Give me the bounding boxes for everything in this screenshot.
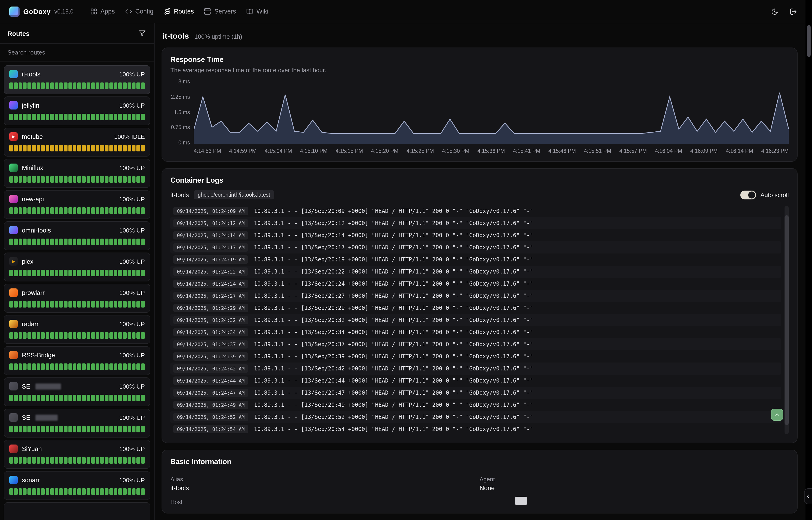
scroll-to-top-button[interactable] — [771, 409, 783, 421]
route-status: 100% UP — [119, 102, 145, 109]
uptime-bar — [137, 457, 140, 464]
uptime-bar — [36, 332, 40, 339]
uptime-bar — [9, 114, 13, 120]
route-item-new-api[interactable]: new-api100% UP — [4, 190, 150, 219]
uptime-bar — [36, 239, 40, 245]
uptime-bar — [14, 145, 18, 151]
route-item-jellyfin[interactable]: jellyfin100% UP — [4, 97, 150, 125]
log-timestamp: 09/14/2025, 01:24:44 AM — [173, 376, 248, 385]
uptime-bar — [46, 207, 49, 214]
se-icon — [9, 413, 18, 422]
nav-label: Wiki — [256, 8, 269, 15]
uptime-bar — [50, 270, 54, 276]
uptime-bar — [105, 145, 109, 151]
uptime-bar — [105, 176, 109, 183]
book-icon — [246, 8, 253, 15]
uptime-bar — [50, 176, 54, 183]
response-time-card: Response Time The average response time … — [162, 48, 797, 162]
route-item-it-tools[interactable]: it-tools100% UP — [4, 65, 150, 94]
uptime-bar — [19, 82, 22, 89]
route-item-prowlarr[interactable]: prowlarr100% UP — [4, 284, 150, 313]
uptime-bar — [114, 114, 117, 120]
uptime-bar — [141, 145, 145, 151]
uptime-bar — [32, 363, 36, 370]
log-message: 10.89.3.1 - - [13/Sep/20:49 +0000] "HEAD… — [254, 401, 533, 408]
route-item-radarr[interactable]: radarr100% UP — [4, 315, 150, 344]
uptime-bar — [91, 270, 95, 276]
container-logs-title: Container Logs — [170, 176, 789, 184]
route-item-se[interactable]: SE100% UP — [4, 378, 150, 406]
page-scrollbar-thumb[interactable] — [807, 25, 811, 57]
panel-collapse-handle[interactable] — [804, 488, 812, 504]
uptime-bar — [68, 114, 72, 120]
log-message: 10.89.3.1 - - [13/Sep/20:12 +0000] "HEAD… — [254, 220, 533, 227]
x-axis-label: 4:15:15 PM — [336, 148, 363, 154]
log-row: 09/14/2025, 01:24:42 AM10.89.3.1 - - [13… — [170, 363, 781, 374]
route-item-miniflux[interactable]: Miniflux100% UP — [4, 159, 150, 188]
route-item-siyuan[interactable]: SiYuan100% UP — [4, 440, 150, 469]
route-name: Miniflux — [22, 164, 43, 171]
log-row: 09/14/2025, 01:24:37 AM10.89.3.1 - - [13… — [170, 338, 781, 350]
uptime-bar — [118, 395, 122, 401]
uptime-bar — [87, 207, 90, 214]
uptime-bar — [14, 426, 18, 433]
x-axis-label: 4:15:46 PM — [549, 148, 576, 154]
it-tools-icon — [9, 70, 18, 78]
uptime-bar — [78, 363, 81, 370]
uptime-bar — [100, 488, 104, 495]
redacted-label — [35, 414, 58, 420]
uptime-bar — [82, 114, 86, 120]
page-scrollbar-track — [806, 0, 812, 520]
nav-item-wiki[interactable]: Wiki — [246, 8, 269, 15]
toggle-knob — [749, 191, 755, 198]
logs-scrollbar-thumb[interactable] — [785, 215, 789, 425]
uptime-bar — [105, 363, 109, 370]
info-field-alias: Aliasit-tools — [170, 476, 480, 492]
route-name: SE — [22, 414, 30, 421]
route-item-sonarr[interactable]: sonarr100% UP — [4, 471, 150, 500]
uptime-bar — [123, 207, 127, 214]
uptime-bar — [91, 239, 95, 245]
uptime-bar — [9, 176, 13, 183]
route-item-se[interactable]: SE100% UP — [4, 409, 150, 438]
uptime-bar — [41, 363, 45, 370]
theme-toggle-button[interactable] — [770, 7, 779, 16]
uptime-bar — [55, 114, 58, 120]
uptime-bar — [32, 176, 36, 183]
uptime-bar — [59, 207, 63, 214]
route-item-metube[interactable]: ▶metube100% IDLE — [4, 128, 150, 157]
logout-button[interactable] — [789, 7, 798, 16]
route-item-plex[interactable]: ▶plex100% UP — [4, 253, 150, 281]
uptime-bar — [141, 82, 145, 89]
nav-item-routes[interactable]: Routes — [164, 8, 194, 15]
route-item-omni-tools[interactable]: omni-tools100% UP — [4, 221, 150, 250]
info-grid: Aliasit-toolsAgentNoneHost — [170, 476, 789, 505]
nav-item-config[interactable]: Config — [125, 8, 153, 15]
uptime-bar — [36, 457, 40, 464]
uptime-bar — [109, 332, 113, 339]
container-logs-card: Container Logs it-tools ghcr.io/corentin… — [162, 168, 797, 443]
filter-button[interactable] — [138, 29, 147, 38]
uptime-bars — [9, 457, 145, 464]
partial-chip — [515, 497, 527, 505]
uptime-bar — [141, 114, 145, 120]
uptime-bar — [64, 114, 67, 120]
uptime-bar — [78, 301, 81, 308]
autoscroll-toggle[interactable] — [740, 190, 756, 199]
brand[interactable]: GoDoxy v0.18.0 — [9, 6, 73, 17]
uptime-bar — [73, 395, 77, 401]
chart-plot-area — [194, 81, 789, 144]
uptime-bar — [23, 207, 27, 214]
uptime-bar — [59, 270, 63, 276]
uptime-bar — [114, 457, 117, 464]
nav-item-servers[interactable]: Servers — [204, 8, 236, 15]
uptime-bar — [132, 395, 136, 401]
nav-item-apps[interactable]: Apps — [90, 8, 115, 15]
route-item-rss-bridge[interactable]: RSS-Bridge100% UP — [4, 346, 150, 375]
log-row: 09/14/2025, 01:24:44 AM10.89.3.1 - - [13… — [170, 374, 781, 387]
uptime-bar — [109, 363, 113, 370]
uptime-bar — [50, 145, 54, 151]
search-routes-input[interactable] — [0, 44, 154, 61]
uptime-bar — [59, 363, 63, 370]
uptime-bar — [55, 332, 58, 339]
